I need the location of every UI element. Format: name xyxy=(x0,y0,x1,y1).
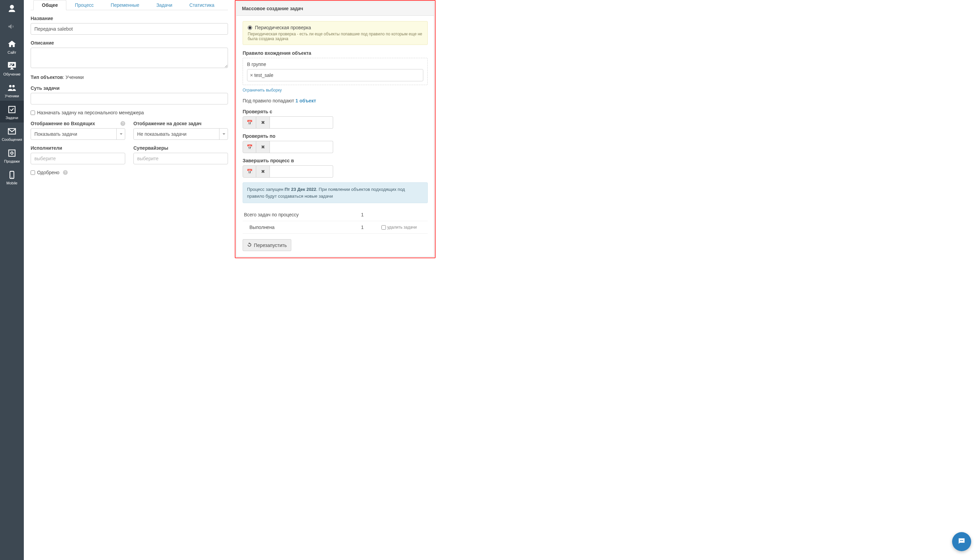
rule-hits-count[interactable]: 1 объект xyxy=(295,98,316,103)
name-input[interactable] xyxy=(31,23,228,35)
assignees-select[interactable]: выберите xyxy=(31,153,125,164)
megaphone-icon xyxy=(7,21,17,32)
chat-icon xyxy=(957,537,966,547)
periodic-label: Периодическая проверка xyxy=(255,25,311,30)
avatar-icon xyxy=(7,3,17,14)
calendar-icon: 📅 xyxy=(247,169,252,174)
sidebar-item-avatar[interactable] xyxy=(0,0,24,18)
tab-stats[interactable]: Статистика xyxy=(181,0,223,10)
task-summary-table: Всего задач по процессу 1 Выполнена 1 xyxy=(243,208,428,234)
tab-tasks[interactable]: Задачи xyxy=(148,0,181,10)
limit-link[interactable]: Ограничить выборку xyxy=(243,88,282,93)
calendar-button[interactable]: 📅 xyxy=(243,165,256,178)
refresh-icon xyxy=(247,242,252,248)
done-label: Выполнена xyxy=(243,221,360,234)
approved-checkbox[interactable] xyxy=(31,170,35,175)
svg-point-2 xyxy=(12,177,12,178)
calendar-button[interactable]: 📅 xyxy=(243,141,256,153)
checkbox-icon xyxy=(7,104,17,115)
sidebar-item-sales[interactable]: Продажи xyxy=(0,144,24,166)
sidebar-item-students[interactable]: Ученики xyxy=(0,79,24,101)
sidebar-item-tasks[interactable]: Задачи xyxy=(0,101,24,122)
presentation-icon xyxy=(7,60,17,72)
chat-fab[interactable] xyxy=(952,532,971,551)
sidebar-item-label: Задачи xyxy=(6,116,18,120)
delete-tasks-checkbox[interactable] xyxy=(382,225,386,230)
process-status-alert: Процесс запущен Пт 23 Дек 2022. При появ… xyxy=(243,182,428,203)
supervisors-label: Супервайзеры xyxy=(133,145,228,151)
inbox-display-label: Отображение во Входящих xyxy=(31,121,95,126)
total-tasks-value: 1 xyxy=(360,208,380,221)
table-row: Всего задач по процессу 1 xyxy=(243,208,428,221)
assign-personal-checkbox[interactable] xyxy=(31,110,35,115)
calendar-button[interactable]: 📅 xyxy=(243,117,256,128)
name-label: Название xyxy=(31,16,228,21)
periodic-desc: Периодическая проверка - есть ли еще объ… xyxy=(248,32,423,41)
obj-type-label: Тип объектов: Ученики xyxy=(31,75,84,80)
tab-general[interactable]: Общее xyxy=(33,0,67,10)
table-row: Выполнена 1 удалить задачи xyxy=(243,221,428,234)
restart-button[interactable]: Перезапустить xyxy=(243,239,291,251)
total-tasks-label: Всего задач по процессу xyxy=(243,208,360,221)
delete-tasks-label: удалить задачи xyxy=(387,225,417,230)
mass-title: Массовое создание задач xyxy=(237,2,434,16)
rule-group-label: В группе xyxy=(247,62,423,67)
close-icon: ✖ xyxy=(261,120,265,125)
sidebar-item-label: Mobile xyxy=(7,181,17,185)
check-to-label: Проверять по xyxy=(243,133,428,139)
sidebar-item-label: Ученики xyxy=(5,94,19,98)
check-from-input[interactable] xyxy=(270,117,333,128)
sidebar-item-mobile[interactable]: Mobile xyxy=(0,166,24,188)
close-icon: ✖ xyxy=(261,169,265,174)
sidebar-item-announce[interactable] xyxy=(0,18,24,35)
help-icon[interactable]: ? xyxy=(120,121,125,126)
finish-input[interactable] xyxy=(270,165,333,178)
essence-label: Суть задачи xyxy=(31,85,228,91)
sidebar-item-site[interactable]: Сайт xyxy=(0,35,24,57)
calendar-icon: 📅 xyxy=(247,120,252,125)
help-icon[interactable]: ? xyxy=(63,170,68,175)
svg-point-5 xyxy=(962,540,963,541)
periodic-box: Периодическая проверка Периодическая про… xyxy=(243,21,428,45)
tab-vars[interactable]: Переменные xyxy=(102,0,148,10)
sidebar-item-label: Обучение xyxy=(3,72,20,76)
sidebar-item-label: Продажи xyxy=(4,159,20,163)
close-icon: ✖ xyxy=(261,144,265,150)
inbox-display-select[interactable]: Показывать задачи xyxy=(31,128,125,140)
envelope-icon xyxy=(7,126,17,137)
rule-box: В группе × test_sale xyxy=(243,58,428,85)
assignees-label: Исполнители xyxy=(31,145,125,151)
svg-point-4 xyxy=(961,540,962,541)
svg-point-0 xyxy=(11,152,13,155)
sidebar-item-learning[interactable]: Обучение xyxy=(0,57,24,79)
supervisors-select[interactable]: выберите xyxy=(133,153,228,164)
periodic-radio[interactable] xyxy=(248,25,252,30)
clear-date-button[interactable]: ✖ xyxy=(256,141,270,153)
home-icon xyxy=(7,39,17,50)
sidebar: Сайт Обучение Ученики Задачи Сообщения xyxy=(0,0,24,560)
desc-label: Описание xyxy=(31,40,228,46)
check-to-input[interactable] xyxy=(270,141,333,153)
calendar-icon: 📅 xyxy=(247,144,252,150)
svg-point-3 xyxy=(960,540,961,541)
mass-panel: Массовое создание задач Периодическая пр… xyxy=(235,0,435,258)
tab-process[interactable]: Процесс xyxy=(67,0,102,10)
desc-textarea[interactable] xyxy=(31,48,228,68)
rule-tag-input[interactable]: × test_sale xyxy=(247,69,423,81)
rule-tag: × test_sale xyxy=(250,72,273,78)
gear-box-icon xyxy=(7,148,17,158)
essence-input[interactable] xyxy=(31,93,228,105)
board-display-label: Отображение на доске задач xyxy=(133,121,228,126)
users-icon xyxy=(7,82,17,93)
check-from-label: Проверять с xyxy=(243,109,428,114)
tag-remove-icon[interactable]: × xyxy=(250,72,253,78)
tabs: Общее Процесс Переменные Задачи Статисти… xyxy=(31,0,228,10)
sidebar-item-messages[interactable]: Сообщения xyxy=(0,122,24,144)
clear-date-button[interactable]: ✖ xyxy=(256,165,270,178)
mobile-icon xyxy=(7,170,17,180)
main: Общее Процесс Переменные Задачи Статисти… xyxy=(24,0,980,560)
finish-label: Завершить процесс в xyxy=(243,158,428,163)
clear-date-button[interactable]: ✖ xyxy=(256,117,270,128)
board-display-select[interactable]: Не показывать задачи xyxy=(133,128,228,140)
done-value: 1 xyxy=(360,221,380,234)
